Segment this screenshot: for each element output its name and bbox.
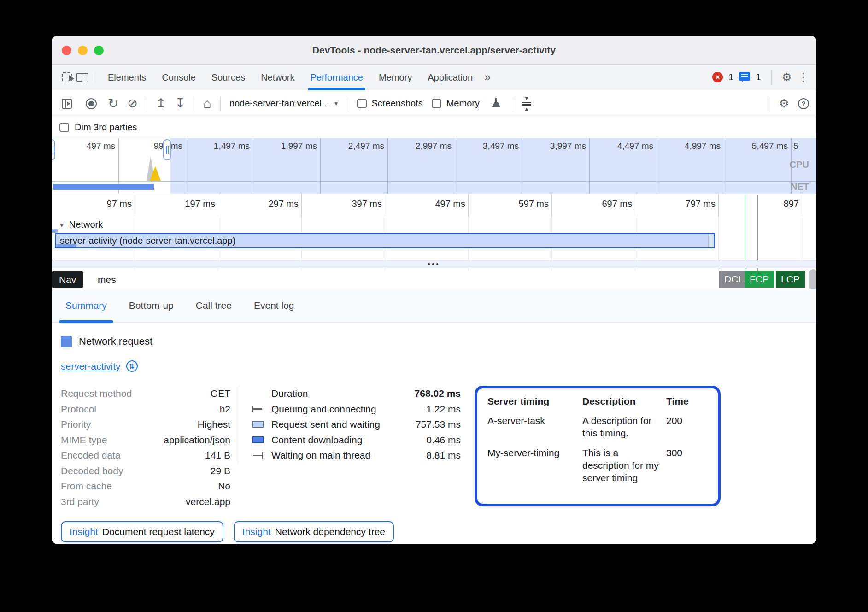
selection-right-handle[interactable] [163,139,171,160]
overview-network-activity-bar [53,184,154,190]
server-timing-row: A-server-task A description for this tim… [487,414,708,439]
profile-select-dropdown[interactable]: node-server-tan.vercel... ▼ [229,98,339,109]
devtools-tab[interactable]: Sources [204,65,253,90]
screenshots-checkbox[interactable] [357,99,367,108]
phase-row: Waiting on main thread 8.81 ms [252,447,461,463]
issues-message-icon[interactable] [739,72,750,81]
divider [771,71,772,84]
vertical-scrollbar-thumb[interactable] [809,269,816,291]
close-window-button[interactable] [62,46,71,55]
zoom-window-button[interactable] [94,46,104,55]
reveal-in-network-icon[interactable]: ⇅ [126,360,138,372]
devtools-tab[interactable]: Console [154,65,203,90]
settings-gear-icon[interactable]: ⚙ [782,71,792,83]
network-request-bar[interactable]: server-activity (node-server-tan.vercel.… [55,233,715,248]
frames-track-label: mes [98,271,116,288]
capture-settings-gear-icon[interactable]: ⚙ [779,98,789,109]
triangle-collapse-icon[interactable]: ▼ [59,221,65,229]
lcp-marker-line [757,195,758,271]
devtools-tab[interactable]: Application [420,65,481,90]
time-col-header: Time [666,396,708,407]
dim-third-parties-checkbox[interactable] [59,123,69,132]
server-timing-row: My-server-timing This is a description f… [487,447,708,484]
help-icon[interactable]: ? [798,98,809,109]
ruler-tick: 597 ms [469,194,552,217]
overview-net-band [52,181,816,194]
detail-value: vercel.app [186,494,230,510]
divider [770,96,770,111]
ruler-tick: 397 ms [302,194,385,217]
bar-dark-icon [252,436,264,443]
inspect-element-button[interactable] [59,70,75,85]
collect-garbage-button[interactable] [488,96,504,112]
panel-tab[interactable]: Event log [243,288,305,322]
more-tabs-chevron-icon[interactable]: » [481,71,494,84]
save-profile-button[interactable]: ↧ [175,97,186,110]
kebab-menu-icon[interactable]: ⋮ [798,71,809,83]
panel-tab[interactable]: Summary [54,288,118,322]
divider [220,96,221,111]
message-count: 1 [756,72,761,82]
timeline-overview[interactable]: 497 ms997 ms1,497 ms1,997 ms2,497 ms2,99… [52,138,816,194]
devtools-tab[interactable]: Memory [371,65,420,90]
insight-button[interactable]: Insight Network dependency tree [234,521,394,542]
phase-value: 1.22 ms [426,401,461,417]
reload-and-record-button[interactable]: ↻ [108,97,118,110]
screenshots-checkbox-row[interactable]: Screenshots [357,98,423,109]
memory-checkbox-row[interactable]: Memory [432,98,480,109]
network-track-header[interactable]: ▼ Network [52,217,816,233]
toolbar-right-cluster: ⚙ ? [770,96,809,111]
phase-label: Content downloading [271,432,362,448]
title-bar: DevTools - node-server-tan.vercel.app/se… [52,36,816,65]
devtools-tab-bar: ElementsConsoleSourcesNetworkPerformance… [52,65,816,90]
cpu-track-label: CPU [790,159,809,170]
error-count: 1 [728,72,733,82]
device-toolbar-button[interactable] [75,70,90,85]
insight-prefix: Insight [242,526,271,537]
clear-recording-button[interactable]: ⊘ [127,97,138,110]
panel-tab[interactable]: Call tree [185,288,243,322]
phase-value: 757.53 ms [416,417,461,432]
ruler-tick: 197 ms [135,194,218,217]
detail-value: 29 B [211,463,230,479]
panel-tab[interactable]: Bottom-up [118,288,185,322]
phase-label: Waiting on main thread [271,447,370,463]
fcp-marker-badge[interactable]: FCP [745,271,774,288]
home-button[interactable]: ⌂ [203,97,211,110]
detail-row: Protocol h2 [61,401,230,417]
server-timing-time: 300 [666,447,708,484]
detail-label: Priority [61,417,91,432]
devtools-tab[interactable]: Elements [100,65,154,90]
toggle-sidebar-button[interactable] [59,96,75,112]
load-profile-button[interactable]: ↥ [156,97,166,110]
lcp-marker-badge[interactable]: LCP [776,271,805,288]
detail-label: Encoded data [61,447,121,463]
phase-row: Content downloading 0.46 ms [252,432,461,448]
divider [194,96,194,111]
duration-value: 768.02 ms [415,386,461,401]
selection-left-handle[interactable] [52,139,55,160]
record-button[interactable] [83,96,99,112]
detail-label: 3rd party [61,494,99,510]
minimize-window-button[interactable] [78,46,88,55]
summary-columns: Request method GET Protocol h2 Priority … [61,386,807,509]
insight-button[interactable]: Insight Document request latency [61,521,223,542]
detail-row: 3rd party vercel.app [61,494,230,510]
timeline-tracks: ▼ Network server-activity (node-server-t… [52,217,816,289]
memory-checkbox[interactable] [432,99,441,108]
devtools-tab[interactable]: Network [253,65,302,90]
request-link[interactable]: server-activity [61,361,121,372]
collapsed-tracks-indicator[interactable]: ••• [52,260,816,268]
duration-row: Duration 768.02 ms [252,386,461,401]
whisker-right-icon [252,452,263,459]
error-badge-icon[interactable]: × [712,72,723,82]
devtools-tab[interactable]: Performance [303,65,371,90]
garbage-brush-icon [491,98,502,109]
detail-label: Protocol [61,401,96,417]
panel-left-icon [62,99,72,109]
server-timing-description: A description for this timing. [582,414,662,439]
detail-ruler: 97 ms197 ms297 ms397 ms497 ms597 ms697 m… [52,194,816,217]
shortcuts-dialog-button[interactable]: ▼▲ [522,96,531,112]
devtools-window: DevTools - node-server-tan.vercel.app/se… [52,36,816,544]
detail-value: h2 [220,401,230,417]
